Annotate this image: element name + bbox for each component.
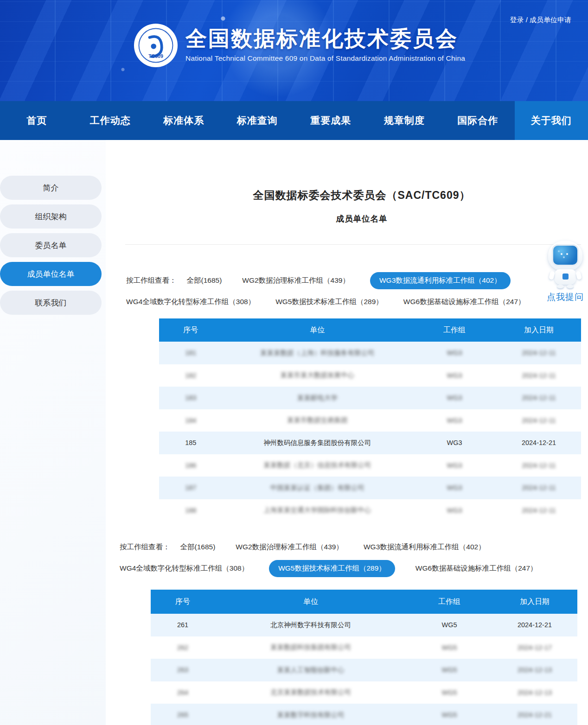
table-cell: WG5: [407, 689, 492, 696]
cell-text: 2024-12-13: [518, 666, 552, 674]
filter-line: WG4全域数字化转型标准工作组（308）WG5数据技术标准工作组（289）WG6…: [126, 293, 525, 311]
table-cell: 北京神州数字科技有限公司: [215, 621, 407, 630]
cell-text: 某某某数据（上海）科技服务有限公司: [260, 349, 375, 356]
table-row: 264北京某某数据技术有限公司WG52024-12-13: [151, 681, 577, 704]
cell-text: 上海某某交通大学国际科技创新中心: [263, 506, 371, 514]
column-header: 序号: [151, 597, 215, 607]
nav-item-5[interactable]: 规章制度: [368, 101, 441, 140]
filter-tab[interactable]: WG2数据治理标准工作组（439）: [242, 276, 350, 286]
cell-text: 261: [177, 621, 188, 629]
cell-text: 某某人工智能创新中心: [277, 666, 345, 674]
cell-text: 某某邮电大学: [297, 394, 338, 401]
table-cell: 185: [159, 439, 223, 446]
nav-item-4[interactable]: 重要成果: [294, 101, 368, 140]
nav-item-0[interactable]: 首页: [0, 101, 74, 140]
robot-body: [555, 269, 576, 285]
table-cell: WG3: [412, 417, 497, 424]
table-cell: WG3: [412, 462, 497, 469]
column-header: 工作组: [412, 325, 497, 335]
chat-assistant[interactable]: 点我提问: [544, 241, 587, 303]
nav-item-3[interactable]: 标准查询: [221, 101, 294, 140]
cell-text: 184: [185, 417, 196, 424]
page-subtitle: 成员单位名单: [130, 213, 588, 224]
cell-text: 181: [185, 349, 196, 356]
section-divider: [125, 244, 581, 245]
table-cell: 2024-12-21: [492, 711, 577, 719]
cell-text: 265: [177, 711, 188, 719]
brand-text: 全国数据标准化技术委员会 National Technical Committe…: [185, 23, 465, 63]
cell-text: 北京某某数据技术有限公司: [270, 688, 351, 696]
nav-item-2[interactable]: 标准体系: [147, 101, 221, 140]
table-cell: 某某某数据（上海）科技服务有限公司: [223, 349, 413, 357]
tc609-logo[interactable]: TC609: [134, 23, 178, 68]
member-table-wg5: 序号单位工作组加入日期261北京神州数字科技有限公司WG52024-12-212…: [151, 590, 577, 725]
login-link[interactable]: 登录: [510, 16, 524, 24]
table-cell: 某某数据（北京）信息技术有限公司: [223, 461, 413, 470]
nav-item-6[interactable]: 国际合作: [441, 101, 515, 140]
cell-text: 2024-12-21: [518, 621, 552, 629]
table-cell: 某某数据科技集团有限公司: [215, 643, 407, 652]
sidebar-item[interactable]: 成员单位名单: [0, 262, 102, 286]
filter-tab[interactable]: WG6数据基础设施标准工作组（247）: [415, 564, 537, 573]
cell-text: 2024-12-11: [522, 417, 556, 424]
cell-text: 263: [177, 666, 188, 674]
table-header-row: 序号单位工作组加入日期: [159, 318, 581, 342]
filter-tab[interactable]: WG4全域数字化转型标准工作组（308）: [120, 564, 249, 573]
filter-tab[interactable]: WG6数据基础设施标准工作组（247）: [403, 297, 525, 307]
cell-text: 2024-12-11: [522, 372, 556, 379]
table-row: 185神州数码信息服务集团股份有限公司WG32024-12-21: [159, 432, 581, 454]
table-cell: 上海某某交通大学国际科技创新中心: [223, 506, 413, 515]
table-cell: 2024-12-13: [492, 689, 577, 696]
filter-tab[interactable]: 全部(1685): [187, 276, 222, 286]
cell-text: 中国某某认证（集团）有限公司: [270, 484, 364, 491]
cell-text: 某某市某大数据发展中心: [281, 371, 355, 379]
table-cell: 265: [151, 711, 215, 719]
filter-tab[interactable]: WG3数据流通利用标准工作组（402）: [364, 542, 486, 552]
workgroup-filter-section-2: 按工作组查看：全部(1685)WG2数据治理标准工作组（439）WG3数据流通利…: [120, 538, 528, 580]
table-cell: 某某邮电大学: [223, 394, 413, 402]
table-cell: 186: [159, 462, 223, 469]
filter-tab[interactable]: WG4全域数字化转型标准工作组（308）: [126, 297, 255, 307]
filter-tab[interactable]: WG3数据流通利用标准工作组（402）: [370, 272, 511, 289]
column-header: 单位: [215, 597, 407, 607]
cell-text: 262: [177, 644, 188, 651]
filter-tab[interactable]: WG5数据技术标准工作组（289）: [269, 560, 395, 577]
sidebar-item[interactable]: 简介: [0, 176, 102, 200]
cell-text: WG5: [441, 689, 457, 696]
sidebar-menu: 简介组织架构委员名单成员单位名单联系我们: [0, 176, 102, 319]
robot-badge: [562, 273, 569, 280]
table-cell: WG3: [412, 349, 497, 356]
table-row: 187中国某某认证（集团）有限公司WG32024-12-11: [159, 477, 581, 499]
filter-tab[interactable]: WG5数据技术标准工作组（289）: [275, 297, 383, 307]
table-cell: 某某数字科技有限公司: [215, 711, 407, 719]
site-title: 全国数据标准化技术委员会: [185, 28, 465, 49]
table-cell: 2024-12-17: [492, 644, 577, 651]
member-apply-link[interactable]: 成员单位申请: [530, 16, 571, 24]
table-cell: 188: [159, 507, 223, 514]
robot-mascot-icon[interactable]: [547, 241, 584, 288]
cell-text: 182: [185, 372, 196, 379]
column-header: 序号: [159, 325, 223, 335]
ask-me-label[interactable]: 点我提问: [544, 291, 587, 303]
table-cell: WG5: [407, 621, 492, 629]
cell-text: 2024-12-11: [522, 349, 556, 356]
cell-text: 187: [185, 484, 196, 491]
sidebar-item[interactable]: 组织架构: [0, 204, 102, 229]
filter-group-label: 按工作组查看：: [120, 542, 170, 552]
filter-tab[interactable]: 全部(1685): [180, 542, 216, 552]
sidebar-item[interactable]: 委员名单: [0, 233, 102, 257]
nav-item-7[interactable]: 关于我们: [515, 101, 588, 140]
nav-item-1[interactable]: 工作动态: [74, 101, 147, 140]
table-row: 182某某市某大数据发展中心WG32024-12-11: [159, 364, 581, 387]
table-cell: 2024-12-21: [497, 439, 581, 446]
table-cell: 184: [159, 417, 223, 424]
table-row: 184某某市数据交易集团WG32024-12-11: [159, 409, 581, 432]
filter-tab[interactable]: WG2数据治理标准工作组（439）: [236, 542, 343, 552]
table-cell: 某某人工智能创新中心: [215, 666, 407, 674]
cell-text: WG5: [441, 621, 457, 629]
cell-text: 2024-12-21: [518, 711, 552, 719]
sidebar-item[interactable]: 联系我们: [0, 291, 102, 315]
cell-text: 188: [185, 507, 196, 514]
login-separator: /: [524, 16, 530, 24]
table-cell: 2024-12-11: [497, 484, 581, 491]
